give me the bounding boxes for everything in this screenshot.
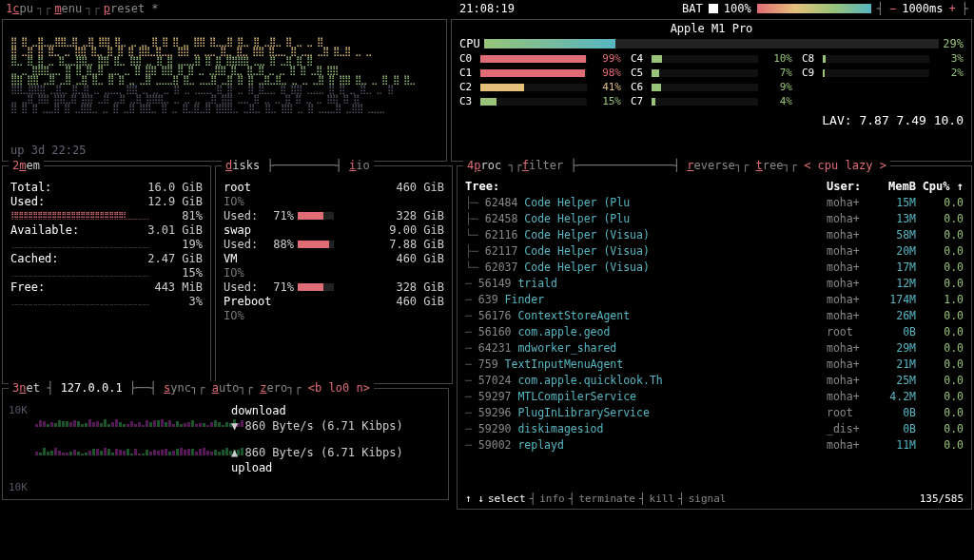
mem-title: em [26, 159, 39, 172]
foot-terminate[interactable]: terminate [578, 492, 635, 505]
proc-row[interactable]: ─ 56176 ContextStoreAgentmoha+26M0.0 [465, 308, 964, 324]
interval: 1000ms [902, 2, 943, 15]
battery-icon [709, 4, 718, 13]
core-C9: C92% [802, 67, 964, 79]
mem-free-pct: 3% [174, 295, 203, 308]
interval-minus[interactable]: − [889, 2, 896, 15]
download-arrow-icon: ▼ [231, 419, 238, 433]
foot-select[interactable]: select [488, 492, 526, 505]
core-C0: C099% [459, 52, 621, 65]
mem-free-label: Free: [10, 280, 45, 294]
core-C7: C74% [631, 95, 792, 107]
cpu-sparkline: ⣿ ⣿ ⣀⣿⣀⣀⣿⣿⣀⣿ ⣀⣿ ⣿⣿ ⣿⣀ ⣀ ⣀ ⣿ ⣿ ⣿ ⣀ ⣿⣿ ⣿⣀⣀… [10, 33, 438, 117]
panel-cpu-cores: Apple M1 Pro CPU 29% C099%C410%C83%C198%… [451, 19, 972, 162]
color-gradient [757, 4, 871, 13]
proc-row[interactable]: ├─ 62484 Code Helper (Plumoha+15M0.0 [465, 195, 964, 211]
net-tab-sync[interactable]: sync [164, 381, 191, 395]
disk-VM: VM460 GiBIO%Used:71%328 GiB [224, 252, 444, 294]
panel-proc: 4proc ┐┌filter ├──────────────┤ reverse┐… [457, 165, 972, 510]
upload-arrow-icon: ▲ [231, 446, 238, 459]
disks-title: isks [232, 159, 260, 172]
disk-swap: swap9.00 GiBUsed:88%7.88 GiB [224, 223, 444, 251]
mem-avail-value: 3.01 GiB [147, 223, 203, 237]
cpu-agg-pct: 29% [943, 37, 964, 50]
mem-used-value: 12.9 GiB [147, 195, 203, 208]
proc-position: 135/585 [920, 492, 964, 505]
proc-list[interactable]: ├─ 62484 Code Helper (Plumoha+15M0.0 ├─ … [465, 195, 964, 491]
proc-row[interactable]: ─ 59002 replaydmoha+11M0.0 [465, 437, 964, 454]
net-tab-auto[interactable]: auto [212, 381, 240, 395]
proc-row[interactable]: └─ 62116 Code Helper (Visua)moha+58M0.0 [465, 227, 964, 243]
foot-signal[interactable]: signal [689, 492, 727, 505]
cpu-agg-label: CPU [459, 37, 480, 50]
interval-plus[interactable]: + [949, 2, 956, 15]
panel-net: 3net ┤ 127.0.0.1 ├──┤ sync┐┌ auto┐┌ zero… [2, 388, 449, 500]
proc-sort[interactable]: < cpu lazy > [804, 159, 886, 172]
col-mem[interactable]: MemB [874, 180, 916, 193]
foot-kill[interactable]: kill [650, 492, 675, 505]
mem-used-bar: ⣿⣿⣿⣿⣿⣿⣿⣿⣿⣿⣿⣿⣿⣿⣿⣿⣿⣿⣿⣿⣿⣿⣿⣿⣀⣀⣀⣀⣀ [10, 212, 170, 220]
proc-filter[interactable]: filter [522, 159, 563, 172]
proc-tree[interactable]: tree [756, 159, 784, 172]
proc-row[interactable]: ├─ 62117 Code Helper (Visua)moha+20M0.0 [465, 243, 964, 260]
panel-cpu-graph: ⣿ ⣿ ⣀⣿⣀⣀⣿⣿⣀⣿ ⣀⣿ ⣿⣿ ⣿⣀ ⣀ ⣀ ⣿ ⣿ ⣿ ⣀ ⣿⣿ ⣿⣀⣀… [2, 19, 447, 162]
col-user[interactable]: User: [827, 180, 874, 193]
download-value: 860 Byte/s (6.71 Kibps) [244, 419, 402, 433]
core-C4: C410% [631, 52, 792, 65]
col-cpu[interactable]: Cpu% ↑ [916, 180, 964, 193]
proc-row[interactable]: ─ 59297 MTLCompilerServicemoha+4.2M0.0 [465, 389, 964, 405]
core-C2: C241% [459, 81, 621, 93]
disk-Preboot: Preboot460 GiBIO% [224, 295, 444, 322]
load-average: LAV: 7.87 7.49 10.0 [459, 113, 964, 127]
net-scale-top: 10K [9, 404, 28, 416]
core-C1: C198% [459, 67, 621, 79]
proc-row[interactable]: ─ 56160 com.apple.geodroot0B0.0 [465, 324, 964, 340]
net-iface[interactable]: <b lo0 n> [308, 381, 370, 395]
mem-total-label: Total: [10, 181, 51, 194]
uptime: up 3d 22:25 [10, 144, 86, 157]
mem-total-value: 16.0 GiB [147, 181, 203, 194]
top-bar: 1cpu ┐┌ menu ┐┌ preset * 21:08:19 BAT 10… [0, 0, 974, 17]
net-tab-zero[interactable]: zero [260, 381, 287, 395]
mem-cached-value: 2.47 GiB [147, 252, 203, 265]
tab-preset[interactable]: preset * [104, 2, 159, 15]
proc-row[interactable]: ─ 639 Findermoha+174M1.0 [465, 292, 964, 308]
proc-row[interactable]: ─ 64231 mdworker_sharedmoha+29M0.0 [465, 340, 964, 357]
tab-menu[interactable]: menu [54, 2, 82, 15]
proc-row[interactable]: ─ 57024 com.apple.quicklook.Thmoha+25M0.… [465, 373, 964, 389]
panel-disks: disks ├─────────┤ iio root460 GiBIO%Used… [215, 165, 453, 384]
mem-avail-pct: 19% [174, 238, 203, 251]
proc-title: roc [480, 159, 501, 172]
mem-free-bar: ⣀⣀⣀⣀⣀⣀⣀⣀⣀⣀⣀⣀⣀⣀⣀⣀⣀⣀⣀⣀⣀⣀⣀⣀⣀⣀⣀⣀⣀ [10, 298, 170, 305]
proc-row[interactable]: ─ 59290 diskimagesiod_dis+0B0.0 [465, 421, 964, 437]
proc-row[interactable]: ─ 56149 trialdmoha+12M0.0 [465, 276, 964, 292]
mem-cached-bar: ⣀⣀⣀⣀⣀⣀⣀⣀⣀⣀⣀⣀⣀⣀⣀⣀⣀⣀⣀⣀⣀⣀⣀⣀⣀⣀⣀⣀⣀ [10, 269, 170, 277]
proc-footer: ↑ ↓ select ┤info ┤terminate ┤kill ┤signa… [465, 492, 964, 505]
download-label: download [231, 404, 440, 417]
core-C5: C57% [631, 67, 792, 79]
proc-reverse[interactable]: reverse [687, 159, 735, 172]
proc-row[interactable]: ─ 759 TextInputMenuAgentmoha+21M0.0 [465, 357, 964, 373]
tab-cpu[interactable]: 1cpu [6, 2, 33, 15]
proc-header: Tree: User: MemB Cpu% ↑ [465, 180, 964, 193]
bat-pct: 100% [724, 2, 751, 15]
panel-mem: 2mem Total:16.0 GiB Used:12.9 GiB ⣿⣿⣿⣿⣿⣿… [2, 165, 211, 384]
mem-avail-label: Available: [10, 223, 79, 237]
proc-row[interactable]: ├─ 62458 Code Helper (Plumoha+13M0.0 [465, 211, 964, 227]
proc-row[interactable]: └─ 62037 Code Helper (Visua)moha+17M0.0 [465, 260, 964, 276]
mem-cached-label: Cached: [10, 252, 59, 265]
chip-name: Apple M1 Pro [459, 22, 964, 35]
net-scale-bot: 10K [9, 481, 28, 493]
upload-label: upload [231, 461, 440, 474]
col-tree[interactable]: Tree: [465, 180, 827, 193]
foot-info[interactable]: info [539, 492, 565, 505]
core-C6: C69% [631, 81, 792, 93]
mem-cached-pct: 15% [174, 266, 203, 280]
mem-free-value: 443 MiB [154, 280, 203, 294]
core-C3: C315% [459, 95, 621, 107]
proc-row[interactable]: ─ 59296 PlugInLibraryServiceroot0B0.0 [465, 405, 964, 421]
cpu-agg-bar [484, 39, 940, 48]
mem-used-pct: 81% [174, 209, 203, 222]
mem-avail-bar: ⣀⣀⣀⣀⣀⣀⣀⣀⣀⣀⣀⣀⣀⣀⣀⣀⣀⣀⣀⣀⣀⣀⣀⣀⣀⣀⣀⣀⣀ [10, 241, 170, 248]
disk-root: root460 GiBIO%Used:71%328 GiB [224, 181, 444, 222]
